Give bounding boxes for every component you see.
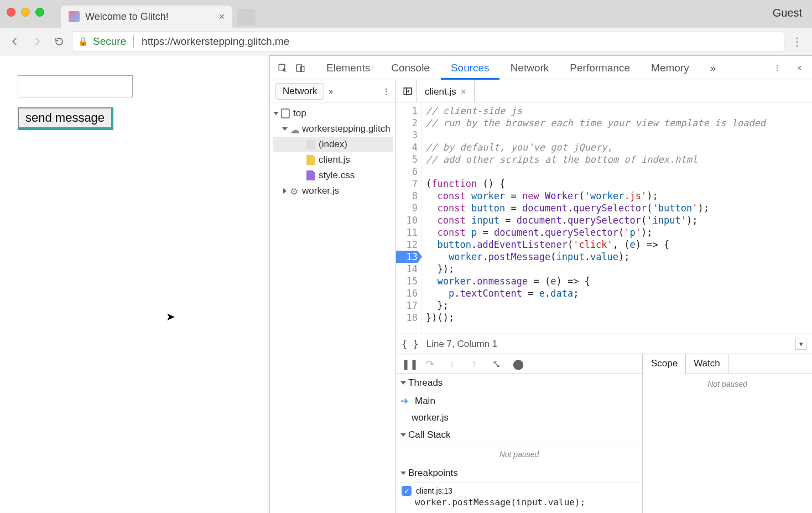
- favicon-icon: [69, 11, 80, 22]
- new-tab-button[interactable]: [237, 9, 256, 25]
- minimize-window-icon[interactable]: [21, 8, 30, 17]
- inspect-element-icon[interactable]: [274, 60, 291, 76]
- tab-more-icon[interactable]: »: [700, 56, 726, 80]
- secure-label: Secure: [93, 35, 126, 48]
- tree-worker[interactable]: worker.js: [273, 183, 393, 199]
- window-controls[interactable]: [7, 8, 44, 17]
- tab-network[interactable]: Network: [501, 56, 559, 80]
- file-tree: top workerstepping.glitch (index) client…: [270, 102, 395, 202]
- maximize-window-icon[interactable]: [35, 8, 44, 17]
- send-message-button[interactable]: send message: [18, 107, 113, 130]
- pretty-print-icon[interactable]: { }: [402, 339, 419, 350]
- browser-window: Welcome to Glitch! × Guest 🔒 Secure │ ht…: [0, 0, 812, 513]
- tree-file-stylecss[interactable]: style.css: [273, 168, 393, 183]
- editor-statusbar: { } Line 7, Column 1 ▾: [396, 334, 812, 354]
- devtools-menu-icon[interactable]: ⋮: [769, 60, 785, 76]
- tree-top-frame[interactable]: top: [273, 106, 393, 121]
- close-devtools-icon[interactable]: ×: [791, 60, 808, 76]
- breakpoint-item[interactable]: ✓ client.js:13: [396, 483, 642, 497]
- profile-label[interactable]: Guest: [773, 7, 802, 19]
- reload-button[interactable]: [50, 32, 69, 51]
- device-toolbar-icon[interactable]: [292, 60, 309, 76]
- breakpoint-checkbox[interactable]: ✓: [402, 486, 412, 496]
- rendered-page: send message ➤: [0, 55, 270, 513]
- debugger-drawer: ❚❚ ↷ ↓ ↑ ⤡ ⬤ Threads Main worker.js: [396, 354, 812, 513]
- tab-sources[interactable]: Sources: [441, 56, 499, 80]
- deactivate-breakpoints-icon[interactable]: ⤡: [490, 358, 502, 370]
- sidebar-more-icon[interactable]: »: [329, 87, 333, 96]
- pause-icon[interactable]: ❚❚: [402, 358, 414, 370]
- tab-console[interactable]: Console: [381, 56, 440, 80]
- editor-tab-clientjs[interactable]: client.js ×: [417, 80, 475, 102]
- tree-domain[interactable]: workerstepping.glitch: [273, 121, 393, 137]
- callstack-header[interactable]: Call Stack: [396, 426, 642, 444]
- tab-memory[interactable]: Memory: [641, 56, 699, 80]
- debugger-controls: ❚❚ ↷ ↓ ↑ ⤡ ⬤: [396, 354, 642, 374]
- browser-toolbar: 🔒 Secure │ https://workerstepping.glitch…: [0, 28, 812, 55]
- devtools-tabs: Elements Console Sources Network Perform…: [270, 56, 812, 80]
- close-window-icon[interactable]: [7, 8, 15, 17]
- tab-performance[interactable]: Performance: [560, 56, 640, 80]
- browser-menu-icon[interactable]: ⋮: [788, 35, 806, 48]
- close-file-icon[interactable]: ×: [461, 86, 466, 97]
- close-tab-icon[interactable]: ×: [218, 11, 225, 23]
- devtools-panel: Elements Console Sources Network Perform…: [270, 55, 812, 513]
- url-text: https://workerstepping.glitch.me: [142, 35, 289, 48]
- mouse-cursor-icon: ➤: [166, 310, 175, 323]
- browser-tab[interactable]: Welcome to Glitch! ×: [61, 6, 232, 28]
- breakpoint-code: worker.postMessage(input.value);: [396, 497, 642, 511]
- debugger-left-pane: ❚❚ ↷ ↓ ↑ ⤡ ⬤ Threads Main worker.js: [396, 354, 643, 513]
- sidebar-mode-selector[interactable]: Network: [275, 83, 324, 100]
- callstack-state: Not paused: [396, 444, 642, 464]
- coverage-icon[interactable]: ▾: [795, 339, 806, 350]
- threads-header[interactable]: Threads: [396, 374, 642, 392]
- tree-file-index[interactable]: (index): [273, 137, 393, 152]
- tab-elements[interactable]: Elements: [316, 56, 380, 80]
- step-over-icon[interactable]: ↷: [424, 358, 436, 370]
- watch-tab[interactable]: Watch: [686, 354, 728, 374]
- message-input[interactable]: [18, 75, 133, 97]
- tree-file-clientjs[interactable]: client.js: [273, 152, 393, 168]
- breakpoints-header[interactable]: Breakpoints: [396, 464, 642, 483]
- sources-sidebar: Network » ⋮ top workerstepping.glitch (i…: [270, 80, 396, 513]
- step-out-icon[interactable]: ↑: [468, 358, 480, 370]
- scope-tab[interactable]: Scope: [643, 354, 686, 374]
- lock-icon: 🔒: [78, 37, 89, 46]
- scope-state: Not paused: [643, 374, 812, 394]
- toggle-navigator-icon[interactable]: [398, 80, 417, 102]
- back-button[interactable]: [6, 32, 24, 51]
- sidebar-menu-icon[interactable]: ⋮: [382, 87, 390, 96]
- editor-tabs: client.js ×: [396, 80, 812, 102]
- address-bar[interactable]: 🔒 Secure │ https://workerstepping.glitch…: [72, 31, 784, 52]
- thread-main[interactable]: Main: [396, 392, 642, 410]
- debugger-right-pane: Scope Watch Not paused: [643, 354, 812, 513]
- cursor-position: Line 7, Column 1: [426, 339, 498, 350]
- tab-title: Welcome to Glitch!: [85, 11, 169, 23]
- forward-button[interactable]: [28, 32, 46, 51]
- step-into-icon[interactable]: ↓: [446, 358, 458, 370]
- code-editor[interactable]: 123456789101112131415161718// client-sid…: [396, 102, 812, 334]
- tab-bar: Welcome to Glitch! × Guest: [0, 0, 812, 28]
- editor-column: client.js × 123456789101112131415161718/…: [396, 80, 812, 513]
- pause-on-exceptions-icon[interactable]: ⬤: [512, 358, 524, 370]
- content-area: send message ➤ Elements Console Sources …: [0, 55, 812, 513]
- thread-worker[interactable]: worker.js: [396, 410, 642, 426]
